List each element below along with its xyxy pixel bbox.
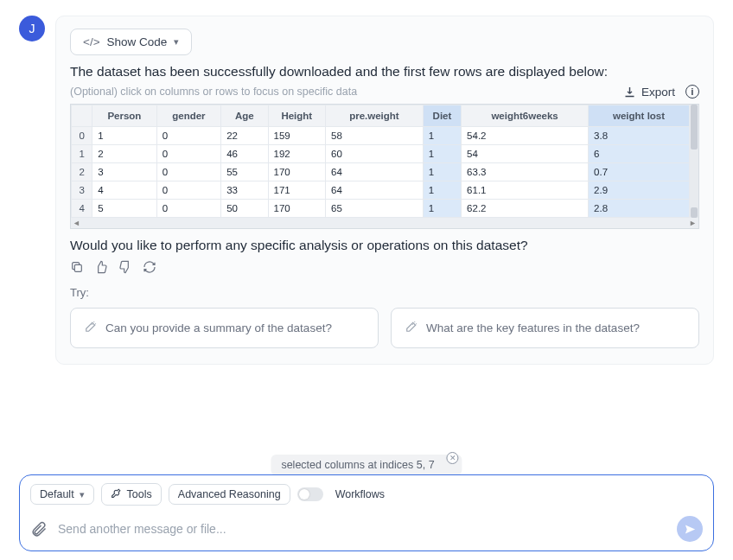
selection-chip: selected columns at indices 5, 7 ✕: [271, 455, 462, 475]
table-cell[interactable]: 33: [221, 181, 268, 200]
table-cell[interactable]: 62.2: [462, 200, 589, 218]
wrench-icon: [111, 487, 122, 501]
attach-icon[interactable]: [30, 519, 48, 539]
table-cell[interactable]: 0.7: [589, 163, 690, 181]
workflows-label: Workflows: [335, 488, 385, 500]
table-cell[interactable]: 2.9: [589, 181, 690, 200]
message-input[interactable]: [58, 522, 666, 536]
show-code-button[interactable]: </> Show Code ▾: [70, 29, 192, 55]
close-icon[interactable]: ✕: [447, 452, 459, 464]
table-cell[interactable]: 61.1: [462, 181, 589, 200]
table-cell[interactable]: 55: [221, 163, 268, 181]
table-cell[interactable]: 64: [326, 163, 424, 181]
info-icon[interactable]: i: [685, 85, 699, 99]
model-select[interactable]: Default ▾: [30, 484, 94, 505]
table-row[interactable]: 0102215958154.23.8: [72, 127, 690, 145]
table-cell[interactable]: 22: [221, 127, 268, 145]
table-cell[interactable]: 1: [423, 163, 461, 181]
table-cell[interactable]: 2.8: [589, 200, 690, 218]
thumbs-up-icon[interactable]: [94, 260, 108, 274]
table-row[interactable]: 2305517064163.30.7: [72, 163, 690, 181]
row-index[interactable]: 2: [72, 163, 92, 181]
table-cell[interactable]: 0: [156, 163, 221, 181]
column-header[interactable]: weight6weeks: [462, 105, 589, 127]
column-header[interactable]: Age: [221, 105, 268, 127]
table-cell[interactable]: 58: [326, 127, 424, 145]
table-row[interactable]: 3403317164161.12.9: [72, 181, 690, 200]
chevron-down-icon: ▾: [80, 489, 85, 500]
table-cell[interactable]: 4: [92, 181, 157, 200]
table-cell[interactable]: 0: [156, 127, 221, 145]
table-cell[interactable]: 1: [423, 181, 461, 200]
download-icon: [623, 86, 636, 99]
table-cell[interactable]: 60: [326, 145, 424, 163]
suggestion-1-text: Can you provide a summary of the dataset…: [105, 321, 332, 334]
reasoning-label: Advanced Reasoning: [178, 488, 281, 500]
column-header[interactable]: Diet: [423, 105, 461, 127]
advanced-reasoning-button[interactable]: Advanced Reasoning: [169, 484, 290, 505]
copy-icon[interactable]: [70, 260, 84, 274]
column-header[interactable]: Height: [268, 105, 325, 127]
table-cell[interactable]: 171: [268, 181, 325, 200]
table-corner: [72, 105, 92, 127]
row-index[interactable]: 1: [72, 145, 92, 163]
table-row[interactable]: 4505017065162.22.8: [72, 200, 690, 218]
wand-icon: [405, 321, 417, 335]
workflows-toggle[interactable]: [297, 487, 323, 501]
table-cell[interactable]: 170: [268, 200, 325, 218]
avatar: J: [19, 16, 45, 41]
table-cell[interactable]: 54: [462, 145, 589, 163]
vertical-scrollbar[interactable]: [690, 105, 698, 218]
regenerate-icon[interactable]: [143, 260, 156, 274]
suggestion-2[interactable]: What are the key features in the dataset…: [391, 308, 699, 348]
table-cell[interactable]: 50: [221, 200, 268, 218]
model-label: Default: [40, 488, 74, 500]
table-cell[interactable]: 159: [268, 127, 325, 145]
table-cell[interactable]: 3: [92, 163, 157, 181]
row-index[interactable]: 4: [72, 200, 92, 218]
table-cell[interactable]: 1: [423, 200, 461, 218]
table-cell[interactable]: 54.2: [462, 127, 589, 145]
selection-chip-text: selected columns at indices 5, 7: [281, 459, 434, 471]
column-header[interactable]: Person: [92, 105, 157, 127]
assistant-message-2: Would you like to perform any specific a…: [70, 238, 699, 253]
assistant-message-1: The dataset has been successfully downlo…: [70, 64, 699, 80]
table-hint: (Optional) click on columns or rows to f…: [70, 86, 357, 98]
table-row[interactable]: 12046192601546: [72, 145, 690, 163]
table-cell[interactable]: 63.3: [462, 163, 589, 181]
horizontal-scrollbar[interactable]: ◄►: [71, 218, 698, 228]
tools-button[interactable]: Tools: [101, 483, 162, 506]
table-cell[interactable]: 0: [156, 200, 221, 218]
table-cell[interactable]: 3.8: [589, 127, 690, 145]
export-button[interactable]: Export: [623, 86, 675, 99]
code-icon: </>: [83, 35, 100, 48]
data-table[interactable]: PersongenderAgeHeightpre.weightDietweigh…: [70, 104, 699, 229]
table-cell[interactable]: 2: [92, 145, 157, 163]
table-cell[interactable]: 46: [221, 145, 268, 163]
assistant-response-card: </> Show Code ▾ The dataset has been suc…: [55, 16, 714, 365]
table-cell[interactable]: 170: [268, 163, 325, 181]
table-cell[interactable]: 192: [268, 145, 325, 163]
table-cell[interactable]: 1: [423, 145, 461, 163]
table-cell[interactable]: 1: [423, 127, 461, 145]
column-header[interactable]: pre.weight: [326, 105, 424, 127]
column-header[interactable]: weight lost: [589, 105, 690, 127]
table-cell[interactable]: 5: [92, 200, 157, 218]
table-cell[interactable]: 0: [156, 145, 221, 163]
table-cell[interactable]: 1: [92, 127, 157, 145]
thumbs-down-icon[interactable]: [118, 260, 132, 274]
row-index[interactable]: 0: [72, 127, 92, 145]
table-cell[interactable]: 0: [156, 181, 221, 200]
send-button[interactable]: [677, 516, 703, 542]
table-cell[interactable]: 65: [326, 200, 424, 218]
row-index[interactable]: 3: [72, 181, 92, 200]
table-cell[interactable]: 64: [326, 181, 424, 200]
column-header[interactable]: gender: [156, 105, 221, 127]
suggestion-1[interactable]: Can you provide a summary of the dataset…: [70, 308, 379, 348]
try-label: Try:: [70, 286, 699, 299]
table-cell[interactable]: 6: [589, 145, 690, 163]
svg-rect-0: [74, 264, 81, 271]
suggestion-2-text: What are the key features in the dataset…: [426, 321, 640, 334]
message-composer: Default ▾ Tools Advanced Reasoning Workf…: [19, 474, 714, 551]
export-label: Export: [641, 86, 675, 99]
